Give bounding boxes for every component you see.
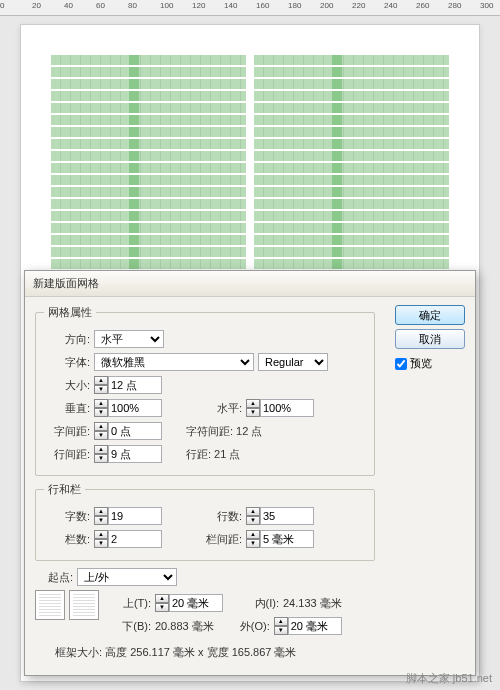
watermark: 脚本之家 jb51.net (406, 671, 492, 686)
new-layout-grid-dialog: 新建版面网格 确定 取消 预览 网格属性 方向: 水平 字体: 微软雅黑 Reg… (24, 270, 476, 676)
font-weight-select[interactable]: Regular (258, 353, 328, 371)
frame-size-info: 框架大小: 高度 256.117 毫米 x 宽度 165.867 毫米 (55, 645, 296, 660)
line-gap-spinner[interactable]: ▲▼ (94, 445, 162, 463)
outer-spinner[interactable]: ▲▼ (274, 617, 342, 635)
horizontal-ruler: 0204060801001201401601802002202402602803… (0, 0, 500, 16)
cancel-button[interactable]: 取消 (395, 329, 465, 349)
direction-select[interactable]: 水平 (94, 330, 164, 348)
origin-icon-left[interactable] (35, 590, 65, 620)
rows-cols-group: 行和栏 字数: ▲▼ 行数: ▲▼ 栏数: ▲▼ 栏间距: ▲▼ (35, 482, 375, 561)
gutter-spinner[interactable]: ▲▼ (246, 530, 314, 548)
ok-button[interactable]: 确定 (395, 305, 465, 325)
top-spinner[interactable]: ▲▼ (155, 594, 223, 612)
origin-select[interactable]: 上/外 (77, 568, 177, 586)
char-gap-spinner[interactable]: ▲▼ (94, 422, 162, 440)
origin-proxy-icons[interactable] (35, 590, 99, 620)
cols-spinner[interactable]: ▲▼ (94, 530, 162, 548)
horiz-spinner[interactable]: ▲▼ (246, 399, 314, 417)
grid-attributes-group: 网格属性 方向: 水平 字体: 微软雅黑 Regular 大小: ▲▼ 垂直: … (35, 305, 375, 476)
preview-checkbox[interactable]: 预览 (395, 356, 465, 371)
font-select[interactable]: 微软雅黑 (94, 353, 254, 371)
chars-spinner[interactable]: ▲▼ (94, 507, 162, 525)
dialog-title: 新建版面网格 (25, 271, 475, 297)
origin-icon-right[interactable] (69, 590, 99, 620)
vert-spinner[interactable]: ▲▼ (94, 399, 162, 417)
size-spinner[interactable]: ▲▼ (94, 376, 162, 394)
lines-spinner[interactable]: ▲▼ (246, 507, 314, 525)
preview-check-input[interactable] (395, 358, 407, 370)
